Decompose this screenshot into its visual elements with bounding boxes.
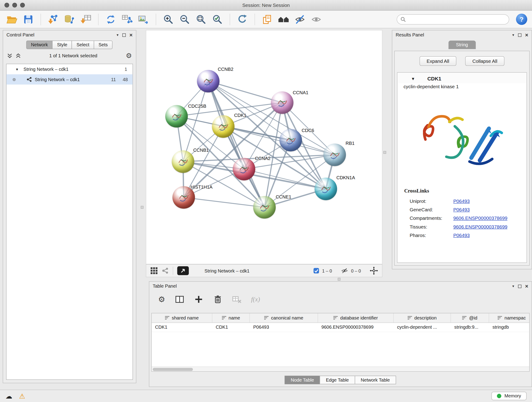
gear-icon[interactable]: ⚙ [126, 52, 132, 59]
crosslink-link[interactable]: P06493 [453, 198, 470, 204]
network-node-CCNB2[interactable] [197, 70, 220, 92]
network-node-label: CCNA2 [255, 156, 271, 161]
node-details-header[interactable]: ▼ CDK1 [397, 73, 526, 83]
network-node-CCNA1[interactable] [271, 91, 293, 114]
hidden-eye-slash-icon[interactable] [341, 267, 348, 274]
zoom-out-button[interactable] [177, 12, 192, 26]
import-network-file-button[interactable] [46, 12, 60, 26]
tab-string[interactable]: String [448, 41, 476, 49]
refresh-view-button[interactable] [235, 12, 249, 26]
expand-all-button[interactable]: Expand All [419, 56, 456, 66]
maximize-panel-icon[interactable] [518, 33, 521, 37]
maximize-panel-icon[interactable] [518, 284, 521, 288]
network-node-CCNB1[interactable] [172, 150, 194, 173]
open-session-button[interactable] [5, 12, 19, 26]
crosslink-label: GeneCard: [410, 207, 453, 212]
protein-structure-thumbnail [274, 96, 290, 109]
vertical-splitter-handle[interactable] [141, 206, 143, 209]
tab-node-table[interactable]: Node Table [285, 376, 320, 384]
vertical-splitter-handle[interactable] [383, 151, 386, 154]
help-button[interactable]: ? [516, 14, 527, 25]
export-image-button[interactable] [136, 12, 151, 26]
network-node-CCNA2[interactable] [233, 158, 255, 180]
column-header-name[interactable]: name [212, 313, 250, 322]
save-session-button[interactable] [21, 12, 35, 26]
new-network-button[interactable] [104, 12, 118, 26]
zoom-fit-button[interactable] [194, 12, 208, 26]
collapse-all-icon[interactable] [7, 53, 12, 58]
new-network-icon [106, 14, 116, 25]
network-node-CDC6[interactable] [279, 129, 302, 151]
minimize-window-button[interactable] [12, 3, 17, 7]
delete-column-trash-icon[interactable] [213, 294, 222, 304]
add-column-icon[interactable] [194, 294, 203, 304]
tab-network-table[interactable]: Network Table [355, 376, 396, 384]
maximize-panel-icon[interactable] [122, 33, 126, 37]
crosslink-link[interactable]: P06493 [453, 232, 470, 238]
home-button[interactable] [276, 12, 291, 26]
network-view-icon[interactable] [162, 267, 169, 274]
network-collection-row[interactable]: ▼ String Network – cdk1 1 [6, 64, 133, 75]
network-row[interactable]: String Network – cdk1 11 48 [6, 74, 133, 85]
network-node-RB1[interactable] [323, 143, 346, 166]
network-node-CDK1[interactable] [212, 115, 234, 138]
close-panel-icon[interactable]: × [525, 283, 528, 289]
grid-view-icon[interactable] [150, 267, 158, 274]
hide-details-button[interactable] [293, 12, 307, 26]
close-panel-icon[interactable]: × [525, 32, 528, 38]
maximize-window-button[interactable] [20, 3, 25, 7]
zoom-selected-button[interactable] [210, 12, 225, 26]
refresh-icon [237, 14, 247, 25]
horizontal-splitter-handle[interactable] [338, 278, 341, 281]
column-header-database-identifier[interactable]: database identifier [318, 313, 394, 322]
network-node-label: CCNB2 [218, 67, 234, 72]
tab-network[interactable]: Network [26, 41, 52, 49]
crosslink-link[interactable]: 9606.ENSP00000378699 [453, 215, 507, 221]
network-node-CCNE1[interactable] [253, 196, 276, 218]
import-table-button[interactable] [79, 12, 93, 26]
network-node-CDC25B[interactable] [165, 105, 188, 128]
collapse-all-button[interactable]: Collapse All [465, 56, 504, 66]
float-panel-icon[interactable]: ▾ [512, 33, 514, 37]
selected-checkbox-icon[interactable] [313, 268, 319, 274]
close-window-button[interactable] [4, 3, 9, 7]
tab-style[interactable]: Style [52, 41, 72, 49]
table-settings-gear-icon[interactable]: ⚙ [158, 295, 165, 303]
crosslink-link[interactable]: 9606.ENSP00000378699 [453, 224, 507, 230]
float-panel-icon[interactable]: ▾ [117, 33, 119, 37]
float-panel-icon[interactable]: ▾ [512, 284, 514, 288]
tab-edge-table[interactable]: Edge Table [320, 376, 355, 384]
horizontal-scrollbar[interactable] [152, 366, 529, 371]
memory-button[interactable]: Memory [491, 392, 526, 400]
show-details-button[interactable] [309, 12, 323, 26]
column-header-description[interactable]: description [394, 313, 451, 322]
crosslink-link[interactable]: P06493 [453, 207, 470, 212]
tab-sets[interactable]: Sets [94, 41, 113, 49]
open-in-window-button[interactable] [177, 266, 189, 275]
column-header--id[interactable]: @id [451, 313, 489, 322]
control-panel-header: Control Panel ▾ × [3, 30, 136, 39]
pan-crosshair-icon[interactable] [370, 267, 378, 275]
cloud-icon[interactable]: ☁ [6, 393, 12, 400]
zoom-in-button[interactable] [161, 12, 176, 26]
scrollbar-thumb[interactable] [152, 368, 193, 370]
network-canvas[interactable]: CCNB2CCNA1CDC25BCDK1CDC6RB1CCNB1CCNA2CDK… [146, 30, 382, 264]
close-panel-icon[interactable]: × [129, 32, 133, 38]
column-header-namespac[interactable]: namespac [489, 313, 530, 322]
column-header-canonical-name[interactable]: canonical name [250, 313, 318, 322]
column-header-shared-name[interactable]: shared name [152, 313, 212, 322]
tree-caret-icon[interactable]: ▼ [15, 67, 19, 71]
show-columns-icon[interactable] [175, 295, 184, 304]
column-icon [498, 316, 502, 320]
warning-icon[interactable]: ⚠ [19, 393, 25, 400]
network-from-selection-button[interactable] [120, 12, 134, 26]
copy-document-button[interactable] [260, 12, 274, 26]
collapse-caret-icon[interactable]: ▼ [411, 76, 415, 81]
table-row[interactable]: CDK1CDK1P064939606.ENSP00000378699cyclin… [152, 323, 529, 332]
tab-select[interactable]: Select [72, 41, 94, 49]
search-box[interactable] [397, 14, 509, 25]
search-input[interactable] [408, 17, 505, 22]
expand-all-icon[interactable] [16, 53, 21, 58]
network-node-CDKN1A[interactable] [315, 178, 337, 200]
import-network-database-button[interactable] [62, 12, 76, 26]
